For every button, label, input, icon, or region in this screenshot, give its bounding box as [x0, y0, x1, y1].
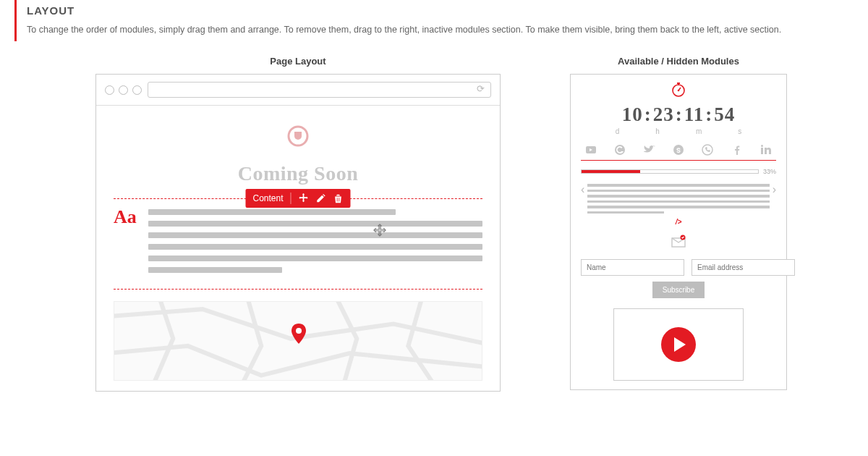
section-title: LAYOUT: [27, 4, 854, 17]
text-module[interactable]: ‹ › />: [581, 184, 776, 226]
svg-point-8: [673, 145, 684, 155]
window-dots: [105, 85, 142, 95]
countdown-display: 10:23:11:54: [581, 104, 776, 126]
map-pin-icon: [291, 324, 307, 347]
hidden-modules-title: Available / Hidden Modules: [570, 56, 787, 67]
edit-icon[interactable]: [316, 193, 326, 203]
move-icon[interactable]: [299, 193, 309, 203]
text-tag-indicator: />: [581, 218, 776, 226]
map-module[interactable]: [114, 301, 482, 384]
progress-percent: 33%: [763, 168, 776, 175]
delete-icon[interactable]: [333, 193, 344, 203]
content-module[interactable]: Content Aa: [114, 198, 482, 290]
coming-soon-title: Coming Soon: [114, 162, 482, 185]
twitter-icon[interactable]: [644, 144, 655, 156]
module-label: Content: [252, 193, 283, 203]
play-icon[interactable]: [661, 327, 696, 362]
skype-icon[interactable]: [673, 144, 684, 156]
svg-point-1: [296, 328, 302, 334]
envelope-icon: [581, 233, 776, 252]
subscribe-button[interactable]: Subscribe: [652, 282, 705, 298]
hidden-modules-panel: 10:23:11:54 d h m s: [570, 74, 787, 390]
page-layout-preview: Coming Soon Content Aa: [95, 74, 501, 392]
subscribe-module[interactable]: Subscribe: [581, 233, 776, 298]
whatsapp-icon[interactable]: [702, 144, 713, 156]
email-field[interactable]: [692, 259, 795, 276]
browser-chrome: [96, 75, 500, 106]
section-description: To change the order of modules, simply d…: [27, 22, 854, 37]
facebook-icon[interactable]: [731, 144, 743, 156]
svg-rect-3: [677, 83, 680, 84]
svg-rect-10: [761, 148, 763, 154]
countdown-labels: d h m s: [581, 127, 776, 135]
stopwatch-icon: [581, 82, 776, 101]
svg-point-11: [761, 145, 763, 147]
content-text-placeholder: [148, 209, 482, 279]
video-module[interactable]: [613, 308, 744, 381]
drag-cursor-icon: [373, 224, 387, 241]
social-module[interactable]: [585, 144, 772, 156]
chevron-right-icon: ›: [773, 184, 776, 195]
module-toolbar: Content: [245, 189, 350, 208]
name-field[interactable]: [581, 259, 684, 276]
typography-icon: Aa: [114, 206, 137, 228]
chevron-left-icon: ‹: [581, 184, 584, 195]
brand-logo: [114, 124, 482, 151]
page-layout-title: Page Layout: [95, 56, 501, 67]
section-header: LAYOUT To change the order of modules, s…: [14, 0, 854, 41]
progress-module[interactable]: 33%: [581, 168, 776, 175]
linkedin-icon[interactable]: [760, 144, 772, 156]
svg-point-6: [678, 90, 680, 92]
youtube-icon[interactable]: [585, 144, 597, 156]
url-bar: [148, 82, 491, 98]
google-icon[interactable]: [614, 144, 626, 156]
countdown-module[interactable]: 10:23:11:54 d h m s: [581, 82, 776, 135]
